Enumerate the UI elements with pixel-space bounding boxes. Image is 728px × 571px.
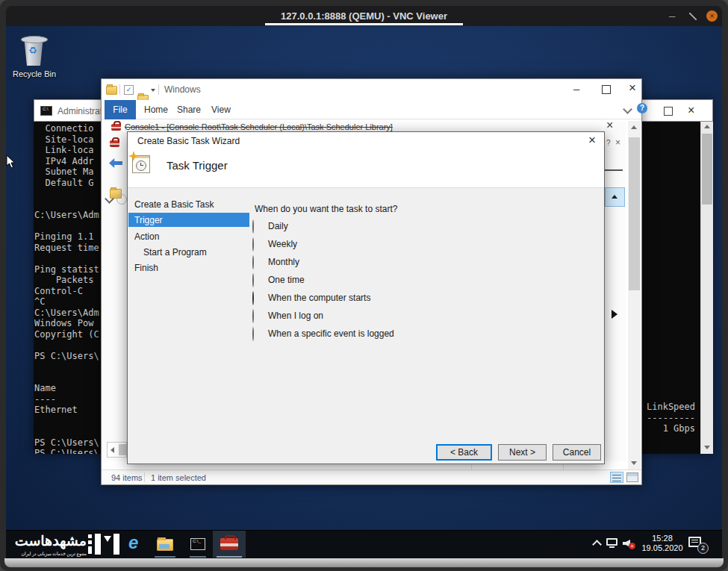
tab-home[interactable]: Home (144, 104, 168, 115)
radio[interactable] (252, 273, 254, 287)
notification-badge: 2 (697, 543, 709, 554)
option-one-time[interactable]: One time (252, 273, 476, 286)
qa-checkbox-icon[interactable]: ✓ (124, 85, 134, 95)
scroll-down-icon[interactable] (704, 446, 710, 449)
tab-file[interactable]: File (105, 100, 136, 119)
actions-pane-collapse-button[interactable] (605, 187, 625, 207)
folder-icon (106, 86, 117, 95)
clock[interactable]: 15:28 19.05.2020 (640, 533, 685, 555)
status-bar: 94 items 1 item selected (102, 469, 641, 484)
terminal-close-button[interactable]: × (688, 104, 694, 116)
selection-count: 1 item selected (151, 473, 206, 482)
back-button[interactable]: < Back (436, 444, 492, 461)
cancel-button[interactable]: Cancel (553, 444, 601, 461)
option-when-i-log-on[interactable]: When I log on (252, 309, 476, 322)
option-when-computer-starts[interactable]: When the computer starts (252, 291, 476, 304)
watermark: مشهدهاست متنوع ترین خدمات میزبانی در ایر… (7, 531, 123, 558)
explorer-close-button[interactable]: × (629, 81, 636, 94)
step-start-a-program[interactable]: Start a Program (143, 247, 207, 258)
wizard-heading: Task Trigger (167, 159, 228, 172)
view-thumbnails-button[interactable] (626, 472, 638, 482)
terminal-output-right: LinkSpeed --------- 1 Gbps (647, 402, 700, 434)
cmd-taskbar-button[interactable]: C:\_ (184, 532, 212, 558)
option-weekly[interactable]: Weekly (252, 237, 476, 250)
expand-arrow-icon[interactable] (612, 310, 617, 319)
mmc-close-button[interactable]: × (606, 119, 613, 131)
chevron-down-icon[interactable] (151, 89, 155, 92)
tab-view[interactable]: View (211, 104, 231, 115)
pane-help-icon[interactable]: ? (606, 139, 611, 147)
mmc-title: Console1 - [Console Root\Task Scheduler … (125, 122, 393, 131)
watermark-logo (88, 534, 122, 556)
option-monthly[interactable]: Monthly (252, 255, 476, 268)
recycle-bin-label[interactable]: Recycle Bin (7, 69, 61, 78)
step-trigger[interactable]: Trigger (128, 213, 249, 227)
open-indicator (190, 556, 206, 558)
step-create-basic-task[interactable]: Create a Basic Task (134, 199, 214, 210)
step-finish[interactable]: Finish (134, 263, 158, 273)
cmd-icon: C:\ (40, 106, 52, 116)
explorer-taskbar-button[interactable] (150, 532, 178, 558)
pane-close-icon[interactable]: × (615, 137, 620, 148)
explorer-titlebar[interactable]: ✓ Windows – × (102, 79, 641, 100)
cursor (6, 155, 16, 169)
radio[interactable] (252, 255, 254, 269)
scroll-down-icon[interactable] (631, 461, 637, 465)
ie-icon: e (128, 532, 138, 553)
terminal-scrollbar-thumb[interactable] (702, 134, 712, 205)
scroll-up-icon[interactable] (631, 125, 637, 129)
active-indicator (217, 556, 242, 558)
explorer-title: Windows (164, 84, 201, 95)
mmc-hscrollbar-thumb[interactable] (119, 444, 126, 455)
vnc-toolbar-strip[interactable] (265, 23, 463, 25)
taskbar: مشهدهاست متنوع ترین خدمات میزبانی در ایر… (6, 530, 722, 558)
watermark-title: مشهدهاست (9, 533, 87, 549)
scroll-left-icon[interactable] (111, 447, 114, 453)
notification-icon[interactable]: 2 (688, 536, 706, 554)
tray-expand-icon[interactable] (592, 540, 602, 549)
ribbon: File Home Share View ? (102, 100, 641, 119)
step-action[interactable]: Action (134, 231, 159, 242)
ribbon-collapse-icon[interactable] (623, 104, 632, 114)
clock-date: 19.05.2020 (640, 543, 685, 553)
option-daily[interactable]: Daily (252, 219, 476, 232)
radio[interactable] (252, 219, 254, 234)
terminal-output-left: Connectio Site-loca Link-loca IPv4 Addr … (34, 123, 101, 454)
option-specific-event[interactable]: When a specific event is logged (252, 327, 476, 340)
radio[interactable] (252, 309, 254, 323)
next-button[interactable]: Next > (498, 444, 547, 461)
wizard-dialog: Create Basic Task Wizard × Task Trigger … (127, 131, 605, 464)
tab-share[interactable]: Share (177, 104, 201, 115)
volume-muted-icon[interactable]: × (623, 538, 636, 549)
vnc-close-button[interactable]: × (706, 10, 718, 22)
vnc-title: 127.0.0.1:8888 (QEMU) - VNC Viewer (6, 10, 722, 22)
terminal-maximize-button[interactable] (664, 107, 673, 116)
radio[interactable] (252, 237, 254, 252)
vnc-resize-icon[interactable] (689, 13, 697, 20)
watermark-tagline: متنوع ترین خدمات میزبانی در ایران (9, 551, 87, 556)
radio[interactable] (252, 327, 254, 341)
wizard-title: Create Basic Task Wizard (137, 136, 240, 146)
scroll-up-icon[interactable] (704, 125, 710, 128)
vnc-minimize-button[interactable]: – (669, 9, 675, 22)
recycle-symbol: ♻ (28, 45, 37, 56)
network-icon[interactable] (606, 537, 619, 549)
explorer-maximize-button[interactable] (602, 85, 611, 94)
mute-badge: × (629, 543, 635, 549)
view-details-button[interactable] (610, 472, 623, 483)
task-scheduler-taskbar-button[interactable] (213, 531, 246, 558)
radio-selected[interactable] (252, 291, 254, 305)
explorer-scrollbar[interactable] (628, 121, 641, 469)
mmc-hscrollbar[interactable] (107, 442, 127, 458)
help-icon[interactable]: ? (637, 103, 647, 113)
tree-item-icon[interactable] (116, 194, 127, 205)
explorer-scrollbar-thumb[interactable] (629, 137, 640, 290)
mmc-titlebar[interactable]: Console1 - [Console Root\Task Scheduler … (108, 122, 626, 132)
terminal-scrollbar[interactable] (700, 122, 713, 454)
explorer-minimize-button[interactable]: – (573, 82, 579, 95)
open-indicator (155, 556, 175, 558)
wizard-close-button[interactable]: × (588, 134, 596, 146)
recycle-bin-icon[interactable]: ♻ (19, 34, 49, 69)
wizard-question: When do you want the task to start? (255, 204, 397, 214)
ie-taskbar-button[interactable]: e (123, 532, 149, 558)
